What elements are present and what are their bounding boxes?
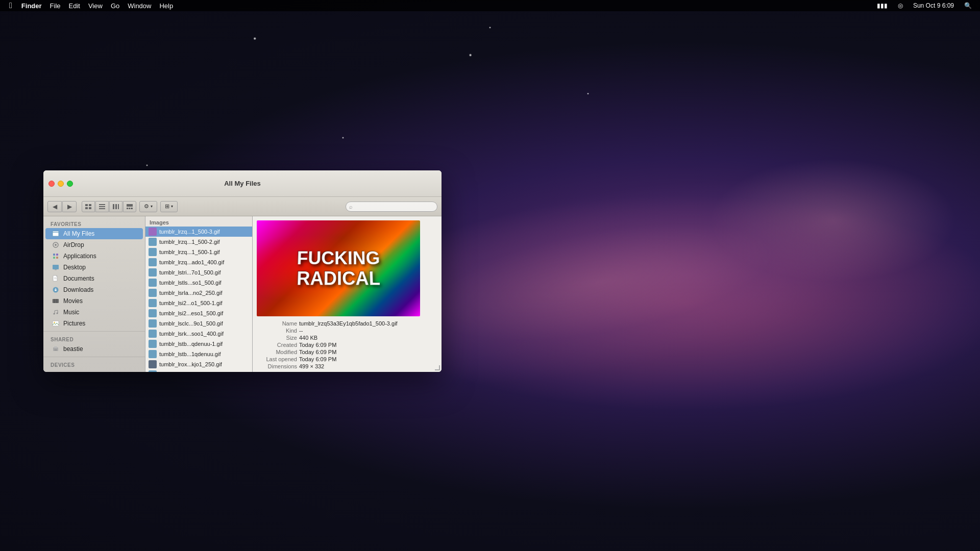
toolbar: ◀ ▶ ⚙ ▾ ⊞ ▾ ⌕ xyxy=(43,197,442,216)
menubar-right: ▮▮▮ ◎ Sun Oct 9 6:09 🔍 xyxy=(873,0,976,11)
menubar-edit[interactable]: Edit xyxy=(65,0,84,11)
close-button[interactable] xyxy=(48,181,55,187)
file-icon-9 xyxy=(149,319,157,328)
menubar-search-icon[interactable]: 🔍 xyxy=(960,0,976,11)
file-item-4[interactable]: tumblr_lstri...7o1_500.gif xyxy=(145,267,252,278)
file-item-0[interactable]: tumblr_lrzq...1_500-3.gif xyxy=(145,227,252,237)
preview-image-text: FUCKING RADICAL xyxy=(296,248,381,289)
svg-rect-21 xyxy=(56,257,58,259)
last-opened-value: Today 6:09 PM xyxy=(299,356,336,362)
nav-buttons: ◀ ▶ xyxy=(47,201,77,212)
last-opened-label: Last opened xyxy=(259,356,297,362)
menubar-window[interactable]: Window xyxy=(124,0,155,11)
sidebar-item-beastie[interactable]: beastie xyxy=(45,343,143,355)
file-item-9[interactable]: tumblr_lsclc...9o1_500.gif xyxy=(145,318,252,329)
file-item-6[interactable]: tumblr_lsrla...no2_250.gif xyxy=(145,288,252,298)
file-info-dimensions-row: Dimensions 499 × 332 xyxy=(259,363,435,369)
apple-menu[interactable]:  xyxy=(4,0,17,11)
file-item-2[interactable]: tumblr_lrzq...1_500-1.gif xyxy=(145,247,252,257)
file-item-14[interactable]: tumblr_lrzq...ado1_500.gif xyxy=(145,369,252,372)
sidebar-item-movies[interactable]: Movies xyxy=(45,295,143,307)
svg-rect-13 xyxy=(131,208,133,209)
svg-rect-36 xyxy=(53,347,58,351)
menubar-file[interactable]: File xyxy=(46,0,65,11)
sidebar-item-pictures[interactable]: Pictures xyxy=(45,318,143,329)
sidebar-item-label-desktop: Desktop xyxy=(63,264,86,271)
file-name-14: tumblr_lrzq...ado1_500.gif xyxy=(159,371,224,372)
search-icon: ⌕ xyxy=(349,204,353,210)
finder-window: All My Files ◀ ▶ ⚙ ▾ ⊞ ▾ xyxy=(43,170,442,372)
back-button[interactable]: ◀ xyxy=(47,201,62,212)
menubar-view[interactable]: View xyxy=(84,0,107,11)
sidebar-item-label-music: Music xyxy=(63,309,79,316)
svg-rect-5 xyxy=(99,206,105,207)
sidebar-item-music[interactable]: Music xyxy=(45,307,143,318)
svg-rect-14 xyxy=(53,231,59,236)
sidebar-item-applications[interactable]: Applications xyxy=(45,251,143,262)
menubar:  Finder File Edit View Go Window Help ▮… xyxy=(0,0,980,11)
file-info-name-row: Name tumblr_lrzq53a3Ey1qb5fado1_500-3.gi… xyxy=(259,320,435,327)
sidebar-item-downloads[interactable]: Downloads xyxy=(45,284,143,295)
menubar-help[interactable]: Help xyxy=(155,0,177,11)
file-item-1[interactable]: tumblr_lrzq...1_500-2.gif xyxy=(145,237,252,247)
arrange-button[interactable]: ⊞ ▾ xyxy=(160,201,178,212)
created-label: Created xyxy=(259,342,297,348)
svg-point-35 xyxy=(54,322,55,323)
file-icon-6 xyxy=(149,289,157,297)
devices-header: DEVICES xyxy=(43,359,145,369)
list-view-button[interactable] xyxy=(95,201,109,212)
sidebar-item-airdrop[interactable]: AirDrop xyxy=(45,239,143,251)
view-buttons xyxy=(82,201,136,212)
file-item-8[interactable]: tumblr_lsi2...eso1_500.gif xyxy=(145,308,252,318)
svg-rect-18 xyxy=(53,254,55,256)
file-icon-0 xyxy=(149,228,157,236)
file-info: Name tumblr_lrzq53a3Ey1qb5fado1_500-3.gi… xyxy=(253,316,442,372)
menubar-app-name[interactable]: Finder xyxy=(17,0,46,11)
cover-flow-view-button[interactable] xyxy=(123,201,136,212)
file-item-13[interactable]: tumblr_lrox...kjo1_250.gif xyxy=(145,359,252,369)
menubar-go[interactable]: Go xyxy=(107,0,124,11)
icon-view-button[interactable] xyxy=(82,201,95,212)
file-item-5[interactable]: tumblr_lstls...so1_500.gif xyxy=(145,278,252,288)
action-button[interactable]: ⚙ ▾ xyxy=(139,201,157,212)
resize-handle[interactable] xyxy=(433,364,442,372)
file-item-12[interactable]: tumblr_lstb...1qdenuu.gif xyxy=(145,349,252,359)
file-icon-2 xyxy=(149,248,157,256)
svg-rect-12 xyxy=(129,208,130,209)
file-item-3[interactable]: tumblr_lrzq...ado1_400.gif xyxy=(145,257,252,267)
images-section-label: Images xyxy=(145,216,252,227)
sidebar-item-label-all-my-files: All My Files xyxy=(63,230,94,237)
sidebar-item-documents[interactable]: Documents xyxy=(45,273,143,284)
svg-rect-34 xyxy=(53,321,59,326)
minimize-button[interactable] xyxy=(58,181,64,187)
kind-value: -- xyxy=(299,328,303,334)
movies-icon xyxy=(52,297,60,305)
svg-rect-22 xyxy=(53,265,59,269)
dimensions-value: 499 × 332 xyxy=(299,363,324,369)
shared-header: SHARED xyxy=(43,334,145,343)
file-item-11[interactable]: tumblr_lstb...qdenuu-1.gif xyxy=(145,339,252,349)
maximize-button[interactable] xyxy=(67,181,73,187)
file-item-10[interactable]: tumblr_lsrk...soo1_400.gif xyxy=(145,329,252,339)
applications-icon xyxy=(52,252,60,260)
search-input[interactable] xyxy=(354,203,434,210)
column-view-button[interactable] xyxy=(109,201,122,212)
name-label: Name xyxy=(259,320,297,327)
file-name-4: tumblr_lstri...7o1_500.gif xyxy=(159,269,220,276)
sidebar-item-desktop[interactable]: Desktop xyxy=(45,262,143,273)
svg-rect-6 xyxy=(99,208,105,209)
file-name-7: tumblr_lsi2...o1_500-1.gif xyxy=(159,300,223,306)
file-item-7[interactable]: tumblr_lsi2...o1_500-1.gif xyxy=(145,298,252,308)
svg-point-17 xyxy=(55,244,57,246)
traffic-lights xyxy=(48,181,73,187)
sidebar-item-idisk[interactable]: iDisk xyxy=(45,369,143,372)
svg-rect-23 xyxy=(55,269,57,270)
file-name-5: tumblr_lstls...so1_500.gif xyxy=(159,280,222,286)
arrange-icon: ⊞ xyxy=(165,203,169,210)
svg-rect-4 xyxy=(99,204,105,205)
desktop-icon xyxy=(52,263,60,271)
search-box[interactable]: ⌕ xyxy=(346,202,437,212)
forward-button[interactable]: ▶ xyxy=(62,201,77,212)
preview-image-container: FUCKING RADICAL xyxy=(253,216,442,316)
sidebar-item-all-my-files[interactable]: All My Files xyxy=(45,228,143,239)
